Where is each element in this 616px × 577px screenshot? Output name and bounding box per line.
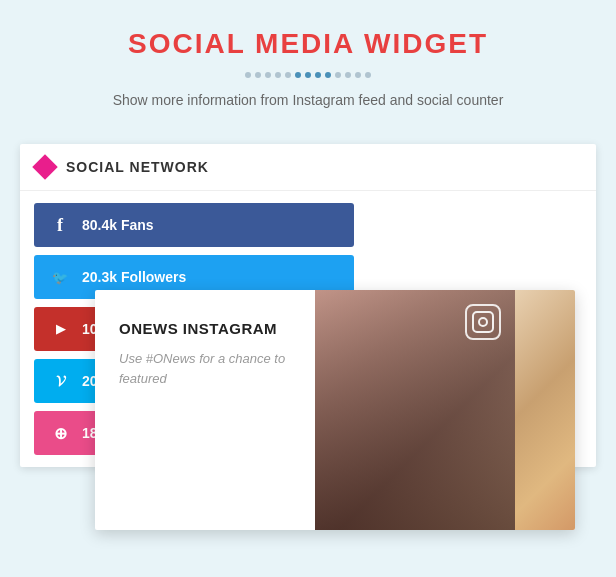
dot-6 [295,72,301,78]
page-header: SOCIAL MEDIA WIDGET Show more informatio… [0,0,616,144]
widget-title: SOCIAL NETWORK [66,159,209,175]
dribbble-icon: ⊕ [48,421,72,445]
dot-9 [325,72,331,78]
instagram-logo-icon [465,304,501,340]
facebook-icon: f [48,213,72,237]
dot-7 [305,72,311,78]
dot-13 [365,72,371,78]
dot-11 [345,72,351,78]
facebook-button[interactable]: f 80.4k Fans [34,203,354,247]
vimeo-icon: 𝓥 [48,369,72,393]
page-subtitle: Show more information from Instagram fee… [20,92,596,108]
facebook-label: 80.4k Fans [82,217,154,233]
food-photo [515,290,575,530]
twitter-label: 20.3k Followers [82,269,186,285]
dot-4 [275,72,281,78]
instagram-card: ONEWS INSTAGRAM Use #ONews for a chance … [95,290,575,530]
dot-1 [245,72,251,78]
instagram-images [315,290,575,530]
dot-3 [265,72,271,78]
youtube-icon: ▶ [48,317,72,341]
couple-photo [315,290,515,530]
instagram-text-panel: ONEWS INSTAGRAM Use #ONews for a chance … [95,290,315,530]
twitter-icon: 🐦 [48,265,72,289]
dot-10 [335,72,341,78]
page-title: SOCIAL MEDIA WIDGET [20,28,596,60]
dot-divider [20,72,596,78]
dot-8 [315,72,321,78]
dot-2 [255,72,261,78]
instagram-subtitle: Use #ONews for a chance to featured [119,349,291,388]
diamond-icon [32,154,57,179]
widget-header: SOCIAL NETWORK [20,144,596,191]
instagram-title: ONEWS INSTAGRAM [119,320,291,337]
dot-5 [285,72,291,78]
dot-12 [355,72,361,78]
